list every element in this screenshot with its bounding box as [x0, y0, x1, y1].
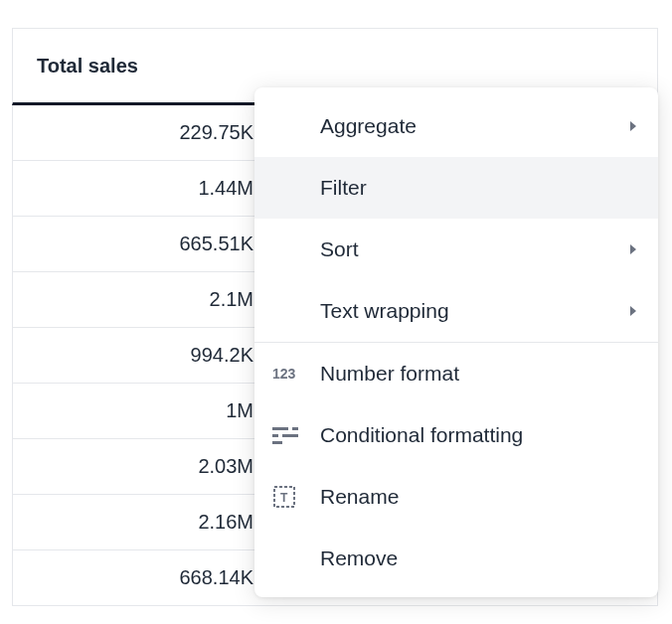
column-header-label: Total sales: [37, 55, 138, 78]
svg-text:T: T: [280, 491, 288, 505]
svg-text:123: 123: [272, 366, 296, 382]
menu-item-remove[interactable]: Remove: [254, 528, 658, 589]
conditional-formatting-icon: [272, 425, 320, 445]
cell-value: 1.44M: [198, 177, 253, 200]
menu-label: Conditional formatting: [320, 423, 638, 447]
cell-value: 229.75K: [179, 121, 253, 144]
number-format-icon: 123: [272, 365, 320, 383]
cell-value: 2.03M: [198, 455, 253, 478]
menu-label: Filter: [320, 176, 638, 200]
chevron-right-icon: [628, 304, 638, 318]
chevron-right-icon: [628, 242, 638, 256]
menu-item-rename[interactable]: T Rename: [254, 466, 658, 528]
menu-label: Text wrapping: [320, 299, 628, 323]
menu-item-aggregate[interactable]: Aggregate: [254, 95, 658, 157]
svg-rect-1: [272, 427, 288, 430]
svg-rect-5: [272, 441, 282, 444]
menu-label: Rename: [320, 485, 638, 509]
chevron-right-icon: [628, 119, 638, 133]
svg-rect-4: [282, 434, 298, 437]
menu-item-number-format[interactable]: 123 Number format: [254, 343, 658, 404]
cell-value: 994.2K: [191, 344, 253, 367]
context-menu: Aggregate Filter Sort Text wrapping 123 …: [254, 87, 658, 597]
cell-value: 668.14K: [179, 566, 253, 589]
cell-value: 2.16M: [198, 511, 253, 534]
menu-label: Aggregate: [320, 114, 628, 138]
rename-icon: T: [272, 485, 320, 509]
cell-value: 2.1M: [210, 288, 253, 311]
cell-value: 665.51K: [179, 233, 253, 255]
menu-item-filter[interactable]: Filter: [254, 157, 658, 219]
menu-item-sort[interactable]: Sort: [254, 219, 658, 280]
svg-rect-2: [292, 427, 298, 430]
menu-label: Number format: [320, 362, 638, 386]
menu-item-conditional-formatting[interactable]: Conditional formatting: [254, 404, 658, 466]
menu-item-text-wrapping[interactable]: Text wrapping: [254, 280, 658, 342]
cell-value: 1M: [226, 399, 253, 422]
menu-label: Sort: [320, 237, 628, 261]
svg-rect-3: [272, 434, 278, 437]
menu-label: Remove: [320, 546, 638, 570]
